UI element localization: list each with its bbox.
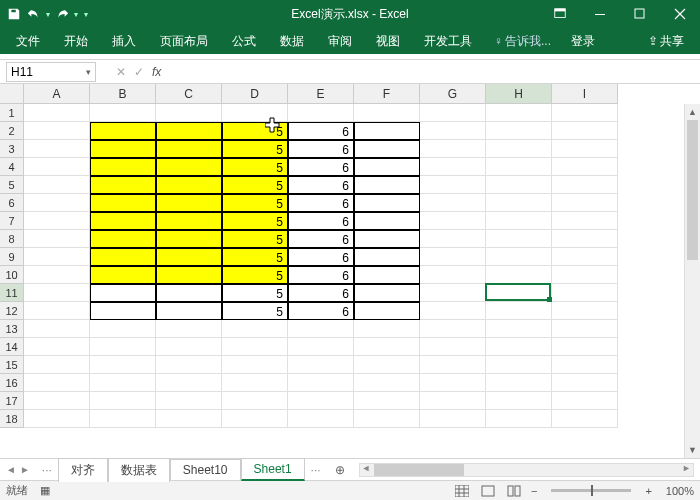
- redo-icon[interactable]: [54, 6, 70, 22]
- tab-data[interactable]: 数据: [270, 29, 314, 54]
- cell-F7[interactable]: [354, 212, 420, 230]
- name-box-dropdown[interactable]: ▾: [86, 67, 91, 77]
- row-header-13[interactable]: 13: [0, 320, 24, 338]
- cell-F16[interactable]: [354, 374, 420, 392]
- column-header-G[interactable]: G: [420, 84, 486, 104]
- cell-E7[interactable]: 6: [288, 212, 354, 230]
- cell-I13[interactable]: [552, 320, 618, 338]
- cell-G10[interactable]: [420, 266, 486, 284]
- cell-F8[interactable]: [354, 230, 420, 248]
- row-header-10[interactable]: 10: [0, 266, 24, 284]
- row-header-2[interactable]: 2: [0, 122, 24, 140]
- tab-view[interactable]: 视图: [366, 29, 410, 54]
- cell-F18[interactable]: [354, 410, 420, 428]
- cell-E17[interactable]: [288, 392, 354, 410]
- cell-H5[interactable]: [486, 176, 552, 194]
- column-header-E[interactable]: E: [288, 84, 354, 104]
- cell-F4[interactable]: [354, 158, 420, 176]
- cell-F6[interactable]: [354, 194, 420, 212]
- share-button[interactable]: ⇪共享: [638, 29, 694, 54]
- scroll-thumb-vertical[interactable]: [687, 120, 698, 260]
- cell-F1[interactable]: [354, 104, 420, 122]
- cell-C3[interactable]: [156, 140, 222, 158]
- cell-E2[interactable]: 6: [288, 122, 354, 140]
- cell-C1[interactable]: [156, 104, 222, 122]
- cell-D18[interactable]: [222, 410, 288, 428]
- cell-E12[interactable]: 6: [288, 302, 354, 320]
- cell-B8[interactable]: [90, 230, 156, 248]
- cell-G8[interactable]: [420, 230, 486, 248]
- cell-D12[interactable]: 5: [222, 302, 288, 320]
- cell-I16[interactable]: [552, 374, 618, 392]
- cell-B12[interactable]: [90, 302, 156, 320]
- tab-home[interactable]: 开始: [54, 29, 98, 54]
- cell-C2[interactable]: [156, 122, 222, 140]
- cell-A7[interactable]: [24, 212, 90, 230]
- cell-G4[interactable]: [420, 158, 486, 176]
- row-header-3[interactable]: 3: [0, 140, 24, 158]
- cell-H8[interactable]: [486, 230, 552, 248]
- zoom-in-button[interactable]: +: [645, 485, 651, 497]
- row-header-6[interactable]: 6: [0, 194, 24, 212]
- cell-F17[interactable]: [354, 392, 420, 410]
- page-break-view-icon[interactable]: [505, 484, 523, 498]
- cells-area[interactable]: 5656565656565656565656: [24, 104, 618, 428]
- cell-H12[interactable]: [486, 302, 552, 320]
- cell-I9[interactable]: [552, 248, 618, 266]
- cell-C5[interactable]: [156, 176, 222, 194]
- column-header-F[interactable]: F: [354, 84, 420, 104]
- cell-D1[interactable]: [222, 104, 288, 122]
- cell-G2[interactable]: [420, 122, 486, 140]
- cell-G3[interactable]: [420, 140, 486, 158]
- cell-G11[interactable]: [420, 284, 486, 302]
- sheet-nav-first[interactable]: ◄: [6, 464, 16, 475]
- cell-H17[interactable]: [486, 392, 552, 410]
- cell-H13[interactable]: [486, 320, 552, 338]
- cell-E13[interactable]: [288, 320, 354, 338]
- cell-H10[interactable]: [486, 266, 552, 284]
- cell-A17[interactable]: [24, 392, 90, 410]
- select-all-corner[interactable]: [0, 84, 24, 104]
- row-header-14[interactable]: 14: [0, 338, 24, 356]
- cell-D9[interactable]: 5: [222, 248, 288, 266]
- cell-F5[interactable]: [354, 176, 420, 194]
- column-header-H[interactable]: H: [486, 84, 552, 104]
- cell-G18[interactable]: [420, 410, 486, 428]
- cell-G17[interactable]: [420, 392, 486, 410]
- normal-view-icon[interactable]: [453, 484, 471, 498]
- cell-G5[interactable]: [420, 176, 486, 194]
- cell-B11[interactable]: [90, 284, 156, 302]
- cell-C14[interactable]: [156, 338, 222, 356]
- cell-I7[interactable]: [552, 212, 618, 230]
- scroll-down-button[interactable]: ▼: [685, 442, 700, 458]
- zoom-out-button[interactable]: −: [531, 485, 537, 497]
- qat-customize[interactable]: ▾: [84, 10, 88, 19]
- cell-C4[interactable]: [156, 158, 222, 176]
- cell-E18[interactable]: [288, 410, 354, 428]
- row-header-8[interactable]: 8: [0, 230, 24, 248]
- cell-C11[interactable]: [156, 284, 222, 302]
- cell-D15[interactable]: [222, 356, 288, 374]
- column-header-D[interactable]: D: [222, 84, 288, 104]
- name-box[interactable]: H11 ▾: [6, 62, 96, 82]
- cell-I11[interactable]: [552, 284, 618, 302]
- scroll-thumb-horizontal[interactable]: [374, 464, 464, 476]
- cell-C12[interactable]: [156, 302, 222, 320]
- cell-B2[interactable]: [90, 122, 156, 140]
- cell-C7[interactable]: [156, 212, 222, 230]
- ribbon-options-button[interactable]: [540, 0, 580, 28]
- cell-I15[interactable]: [552, 356, 618, 374]
- cell-F10[interactable]: [354, 266, 420, 284]
- scroll-right-button[interactable]: ►: [682, 463, 691, 473]
- sheet-tab-sheet1[interactable]: Sheet1: [241, 458, 305, 481]
- cell-G6[interactable]: [420, 194, 486, 212]
- cell-A13[interactable]: [24, 320, 90, 338]
- cell-H11[interactable]: [486, 284, 552, 302]
- cell-D7[interactable]: 5: [222, 212, 288, 230]
- cell-H4[interactable]: [486, 158, 552, 176]
- cell-E14[interactable]: [288, 338, 354, 356]
- cell-G1[interactable]: [420, 104, 486, 122]
- sheet-tab-datatable[interactable]: 数据表: [108, 458, 170, 482]
- sheet-tab-align[interactable]: 对齐: [58, 458, 108, 482]
- cell-I3[interactable]: [552, 140, 618, 158]
